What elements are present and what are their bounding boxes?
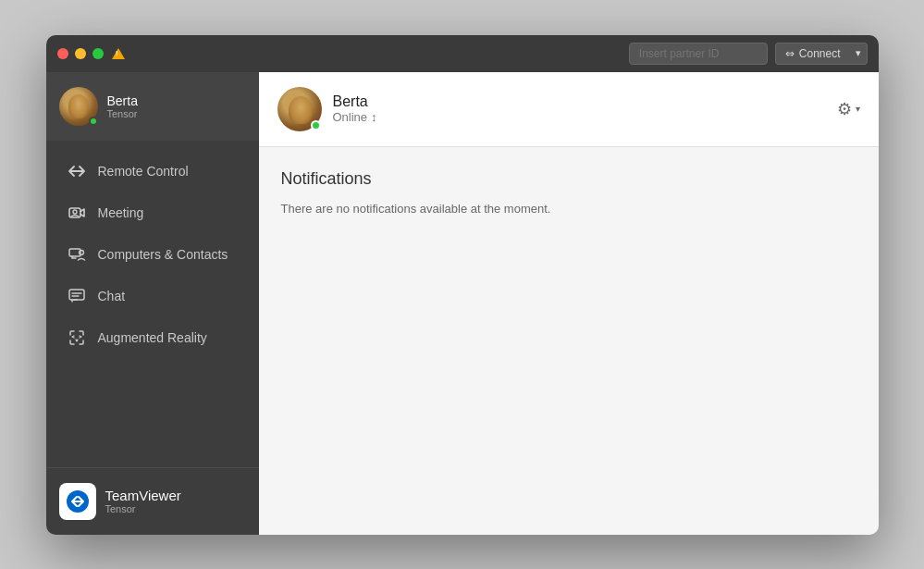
svg-rect-4 <box>69 290 84 300</box>
sidebar: Berta Tensor Remote Control <box>46 72 259 535</box>
nav-items: Remote Control Meeting <box>46 141 259 467</box>
connect-button-group: ⇔ Connect ▾ <box>775 43 868 65</box>
status-change-icon[interactable]: ↕ <box>371 110 377 124</box>
sidebar-item-chat-label: Chat <box>98 289 126 303</box>
panel-header: Berta Online ↕ ⚙ ▾ <box>259 72 879 147</box>
augmented-reality-icon <box>67 328 87 348</box>
connect-label: Connect <box>799 47 841 60</box>
brand-light: Viewer <box>139 488 181 503</box>
minimize-button[interactable] <box>75 48 86 59</box>
sidebar-item-computers-contacts-label: Computers & Contacts <box>98 247 228 262</box>
main-content: Berta Tensor Remote Control <box>46 72 879 535</box>
connect-button[interactable]: ⇔ Connect <box>775 43 850 65</box>
panel-user-info: Berta Online ↕ <box>333 93 377 124</box>
teamviewer-logo-text: TeamViewer Tensor <box>105 488 181 514</box>
user-profile: Berta Tensor <box>46 72 259 141</box>
status-dot <box>89 117 98 126</box>
user-info: Berta Tensor <box>107 93 138 119</box>
svg-point-1 <box>73 210 77 214</box>
notifications-title: Notifications <box>281 169 856 189</box>
sidebar-item-meeting[interactable]: Meeting <box>52 192 253 233</box>
partner-id-input[interactable] <box>629 43 768 65</box>
teamviewer-logo-box <box>59 483 96 520</box>
connect-dropdown-button[interactable]: ▾ <box>850 43 868 65</box>
traffic-lights <box>57 48 104 59</box>
sidebar-footer: TeamViewer Tensor <box>46 467 259 535</box>
panel-body: Notifications There are no notifications… <box>259 147 879 535</box>
titlebar: ⇔ Connect ▾ <box>46 35 879 72</box>
warning-icon <box>111 47 126 60</box>
panel-status-dot <box>311 120 321 130</box>
panel-settings-button[interactable]: ⚙ ▾ <box>837 99 860 119</box>
close-button[interactable] <box>57 48 68 59</box>
chat-icon <box>67 286 87 306</box>
avatar-container <box>59 87 98 126</box>
sidebar-item-augmented-reality[interactable]: Augmented Reality <box>52 317 253 358</box>
sidebar-item-augmented-reality-label: Augmented Reality <box>98 330 207 345</box>
sidebar-item-meeting-label: Meeting <box>98 205 144 220</box>
settings-chevron-icon: ▾ <box>856 104 860 114</box>
panel-status-text: Online <box>333 110 368 124</box>
meeting-icon <box>67 203 87 223</box>
brand-name: TeamViewer <box>105 488 181 503</box>
app-window: ⇔ Connect ▾ Berta Tensor <box>46 35 879 535</box>
sidebar-item-computers-contacts[interactable]: Computers & Contacts <box>52 234 253 275</box>
right-panel: Berta Online ↕ ⚙ ▾ Notifications There a… <box>259 72 879 535</box>
titlebar-right: ⇔ Connect ▾ <box>629 43 868 65</box>
sidebar-item-remote-control[interactable]: Remote Control <box>52 151 253 192</box>
gear-icon: ⚙ <box>837 99 852 119</box>
panel-status-area: Online ↕ <box>333 110 377 124</box>
remote-control-icon <box>67 161 87 181</box>
maximize-button[interactable] <box>92 48 104 59</box>
connect-arrow-icon: ⇔ <box>785 47 795 60</box>
user-name: Berta <box>107 93 138 108</box>
computers-contacts-icon <box>67 244 87 265</box>
notifications-empty-message: There are no notifications available at … <box>281 202 856 216</box>
sidebar-item-remote-control-label: Remote Control <box>98 164 189 179</box>
panel-user-name: Berta <box>333 93 377 110</box>
sidebar-item-chat[interactable]: Chat <box>52 276 253 316</box>
brand-bold: Team <box>105 488 140 503</box>
user-org: Tensor <box>107 108 138 119</box>
brand-sub: Tensor <box>105 503 181 514</box>
panel-avatar-container <box>277 87 322 131</box>
